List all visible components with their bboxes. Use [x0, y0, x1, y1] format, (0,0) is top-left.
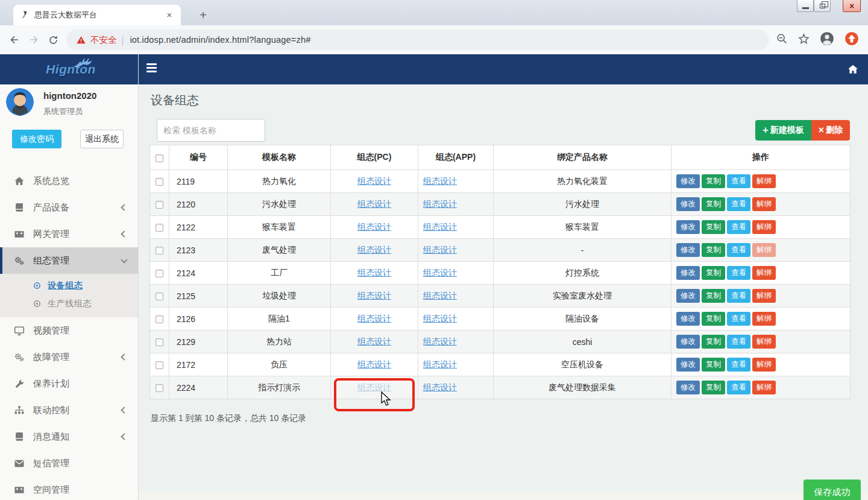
edit-button[interactable]: 修改 [676, 358, 700, 372]
zoom-out-icon[interactable] [775, 32, 788, 48]
pc-config-link[interactable]: 组态设计 [357, 291, 391, 300]
new-tab-button[interactable]: + [195, 8, 211, 24]
unbind-button[interactable]: 解绑 [752, 381, 776, 394]
profile-avatar-icon[interactable] [819, 31, 835, 49]
app-config-link[interactable]: 组态设计 [423, 268, 457, 277]
change-password-button[interactable]: 修改密码 [12, 130, 61, 148]
restore-button[interactable] [814, 0, 831, 12]
minimize-button[interactable] [797, 0, 814, 12]
copy-button[interactable]: 复制 [702, 266, 725, 280]
delete-button[interactable]: ×删除 [811, 120, 850, 141]
app-config-link[interactable]: 组态设计 [423, 222, 457, 232]
browser-tab[interactable]: 思普云大数据平台 × [13, 5, 181, 25]
app-config-link[interactable]: 组态设计 [423, 176, 457, 186]
edit-button[interactable]: 修改 [676, 312, 700, 326]
sidebar-subitem-production-line-config[interactable]: 生产线组态 [0, 294, 138, 312]
bookmark-star-icon[interactable] [797, 33, 810, 48]
app-config-link[interactable]: 组态设计 [423, 245, 457, 255]
sidebar-item-video-management[interactable]: 视频管理 [0, 317, 138, 344]
row-checkbox[interactable] [156, 315, 163, 323]
row-checkbox[interactable] [156, 224, 163, 232]
edit-button[interactable]: 修改 [676, 381, 700, 394]
row-checkbox[interactable] [156, 384, 163, 392]
view-button[interactable]: 查看 [727, 174, 750, 188]
app-config-link[interactable]: 组态设计 [423, 314, 457, 323]
edit-button[interactable]: 修改 [676, 335, 700, 349]
forward-button[interactable] [24, 30, 43, 49]
home-icon[interactable] [847, 63, 859, 75]
sidebar-item-space-management[interactable]: 空间管理 [0, 476, 138, 500]
sidebar-item-sms-management[interactable]: 短信管理 [0, 450, 138, 476]
row-checkbox[interactable] [156, 201, 163, 209]
pc-config-link[interactable]: 组态设计 [357, 245, 391, 255]
unbind-button[interactable]: 解绑 [752, 174, 776, 188]
copy-button[interactable]: 复制 [702, 174, 725, 188]
view-button[interactable]: 查看 [727, 358, 750, 372]
view-button[interactable]: 查看 [727, 289, 750, 303]
reload-button[interactable] [43, 30, 63, 49]
edit-button[interactable]: 修改 [676, 174, 700, 188]
view-button[interactable]: 查看 [727, 197, 750, 211]
app-config-link[interactable]: 组态设计 [423, 199, 457, 209]
view-button[interactable]: 查看 [727, 266, 750, 280]
view-button[interactable]: 查看 [727, 220, 750, 234]
pc-config-link[interactable]: 组态设计 [357, 314, 391, 323]
copy-button[interactable]: 复制 [702, 358, 725, 372]
copy-button[interactable]: 复制 [702, 381, 725, 394]
logout-button[interactable]: 退出系统 [80, 130, 124, 148]
unbind-button[interactable]: 解绑 [752, 289, 776, 303]
pc-config-link[interactable]: 组态设计 [357, 176, 391, 186]
close-button[interactable]: × [843, 0, 861, 12]
unbind-button[interactable]: 解绑 [752, 220, 776, 234]
new-template-button[interactable]: +新建模板 [755, 120, 811, 141]
row-checkbox[interactable] [156, 270, 163, 277]
edit-button[interactable]: 修改 [676, 266, 700, 280]
app-config-link[interactable]: 组态设计 [423, 291, 457, 300]
address-bar[interactable]: 不安全 | iot.idosp.net/admin/index.html?lan… [66, 30, 769, 50]
copy-button[interactable]: 复制 [702, 289, 725, 303]
edit-button[interactable]: 修改 [676, 197, 700, 211]
copy-button[interactable]: 复制 [702, 197, 725, 211]
row-checkbox[interactable] [156, 361, 163, 369]
hamburger-menu-icon[interactable] [146, 63, 159, 75]
row-checkbox[interactable] [156, 247, 163, 255]
app-config-link[interactable]: 组态设计 [423, 337, 457, 346]
sidebar-item-maintenance-plan[interactable]: 保养计划 [0, 370, 138, 397]
unbind-button[interactable]: 解绑 [752, 335, 776, 349]
sidebar-item-fault-management[interactable]: 故障管理 [0, 344, 138, 370]
view-button[interactable]: 查看 [727, 312, 750, 326]
sidebar-item-product-device[interactable]: 产品设备 [0, 194, 138, 221]
sidebar-item-gateway-management[interactable]: 网关管理 [0, 221, 138, 247]
unbind-button[interactable]: 解绑 [752, 243, 776, 257]
row-checkbox[interactable] [156, 293, 163, 300]
pc-config-link[interactable]: 组态设计 [357, 268, 391, 277]
edit-button[interactable]: 修改 [676, 220, 700, 234]
tab-close-icon[interactable]: × [164, 10, 175, 21]
copy-button[interactable]: 复制 [702, 312, 725, 326]
edit-button[interactable]: 修改 [676, 289, 700, 303]
copy-button[interactable]: 复制 [702, 220, 725, 234]
pc-config-link[interactable]: 组态设计 [357, 359, 391, 369]
edit-button[interactable]: 修改 [676, 243, 700, 257]
view-button[interactable]: 查看 [727, 381, 750, 394]
unbind-button[interactable]: 解绑 [752, 266, 776, 280]
extension-upload-icon[interactable] [844, 31, 860, 49]
sidebar-item-config-management[interactable]: 组态管理 [0, 247, 138, 274]
sidebar-item-linkage-control[interactable]: 联动控制 [0, 397, 138, 423]
select-all-checkbox[interactable] [156, 154, 163, 162]
sidebar-subitem-device-config[interactable]: 设备组态 [0, 276, 138, 294]
app-config-link[interactable]: 组态设计 [423, 382, 457, 392]
copy-button[interactable]: 复制 [702, 335, 725, 349]
unbind-button[interactable]: 解绑 [752, 358, 776, 372]
app-config-link[interactable]: 组态设计 [423, 359, 457, 369]
row-checkbox[interactable] [156, 178, 163, 186]
view-button[interactable]: 查看 [727, 335, 750, 349]
view-button[interactable]: 查看 [727, 243, 750, 257]
pc-config-link[interactable]: 组态设计 [357, 222, 391, 232]
pc-config-link[interactable]: 组态设计 [357, 382, 391, 392]
copy-button[interactable]: 复制 [702, 243, 725, 257]
sidebar-item-system-overview[interactable]: 系统总览 [0, 168, 138, 194]
sidebar-item-message-notification[interactable]: 消息通知 [0, 423, 138, 450]
row-checkbox[interactable] [156, 338, 163, 346]
pc-config-link[interactable]: 组态设计 [357, 199, 391, 209]
